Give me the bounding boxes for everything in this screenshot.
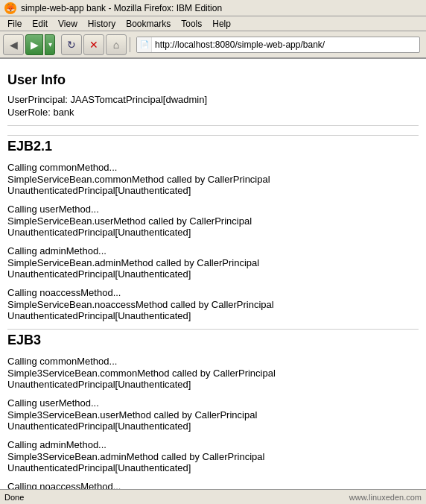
home-button[interactable]: ⌂ <box>106 34 127 55</box>
forward-dropdown-button[interactable]: ▾ <box>45 34 55 55</box>
menu-view[interactable]: View <box>54 17 82 31</box>
ejb21-method-3: Calling adminMethod... SimpleServiceBean… <box>7 245 419 280</box>
ejb21-method-4: Calling noaccessMethod... SimpleServiceB… <box>7 287 419 321</box>
user-info-title: User Info <box>7 72 419 88</box>
content-area: User Info UserPrincipal: JAASTomcatPrinc… <box>0 58 426 489</box>
address-input[interactable] <box>152 40 419 50</box>
user-principal-line: UserPrincipal: JAASTomcatPrincipal[dwadm… <box>7 94 419 105</box>
menu-tools[interactable]: Tools <box>177 17 206 31</box>
ejb21-result-4: SimpleServiceBean.noaccessMethod called … <box>7 299 419 321</box>
user-role-line: UserRole: bank <box>7 107 419 118</box>
ejb21-calling-2: Calling userMethod... <box>7 204 419 215</box>
title-bar: 🦊 simple-web-app bank - Mozilla Firefox:… <box>0 0 426 16</box>
ejb3-result-2: Simple3ServiceBean.userMethod called by … <box>7 409 419 432</box>
ejb21-calling-1: Calling commonMethod... <box>7 162 419 173</box>
address-page-icon: 📄 <box>137 37 152 52</box>
ejb21-title: EJB2.1 <box>7 135 419 154</box>
menu-edit[interactable]: Edit <box>28 17 52 31</box>
ejb21-result-1: SimpleServiceBean.commonMethod called by… <box>7 174 419 196</box>
nav-separator <box>130 37 130 52</box>
ejb3-result-1: Simple3ServiceBean.commonMethod called b… <box>7 368 419 390</box>
ejb3-title: EJB3 <box>7 329 419 348</box>
menu-history[interactable]: History <box>83 17 120 31</box>
menu-file[interactable]: File <box>3 17 26 31</box>
stop-button[interactable]: ✕ <box>83 34 104 55</box>
menu-bookmarks[interactable]: Bookmarks <box>121 17 175 31</box>
forward-button[interactable]: ▶ <box>25 34 43 55</box>
ejb21-calling-4: Calling noaccessMethod... <box>7 287 419 298</box>
ejb21-calling-3: Calling adminMethod... <box>7 245 419 256</box>
ejb3-calling-3: Calling adminMethod... <box>7 439 419 450</box>
back-button[interactable]: ◀ <box>3 34 24 55</box>
ejb3-calling-2: Calling userMethod... <box>7 397 419 409</box>
user-info-section: User Info UserPrincipal: JAASTomcatPrinc… <box>7 72 419 126</box>
ejb3-method-2: Calling userMethod... Simple3ServiceBean… <box>7 397 419 432</box>
menu-help[interactable]: Help <box>208 17 235 31</box>
menu-bar: File Edit View History Bookmarks Tools H… <box>0 16 426 31</box>
ejb3-method-3: Calling adminMethod... Simple3ServiceBea… <box>7 439 419 473</box>
window-title: simple-web-app bank - Mozilla Firefox: I… <box>21 3 222 13</box>
ejb21-method-1: Calling commonMethod... SimpleServiceBea… <box>7 162 419 196</box>
ejb21-section: EJB2.1 Calling commonMethod... SimpleSer… <box>7 135 419 321</box>
nav-bar: ◀ ▶ ▾ ↻ ✕ ⌂ 📄 <box>0 31 426 58</box>
ejb3-calling-1: Calling commonMethod... <box>7 356 419 367</box>
firefox-icon: 🦊 <box>4 2 16 14</box>
ejb3-method-1: Calling commonMethod... Simple3ServiceBe… <box>7 356 419 390</box>
ejb3-calling-4: Calling noaccessMethod... <box>7 481 419 489</box>
ejb21-method-2: Calling userMethod... SimpleServiceBean.… <box>7 204 419 238</box>
status-bar: Done www.linuxeden.com <box>0 489 426 504</box>
status-text: Done <box>4 493 24 502</box>
address-bar[interactable]: 📄 <box>136 37 420 53</box>
watermark-text: www.linuxeden.com <box>349 493 422 502</box>
ejb21-result-3: SimpleServiceBean.adminMethod called by … <box>7 257 419 280</box>
ejb3-section: EJB3 Calling commonMethod... Simple3Serv… <box>7 329 419 489</box>
ejb3-method-4: Calling noaccessMethod... Simple3Service… <box>7 481 419 489</box>
ejb3-result-3: Simple3ServiceBean.adminMethod called by… <box>7 451 419 473</box>
refresh-button[interactable]: ↻ <box>61 34 82 55</box>
ejb21-result-2: SimpleServiceBean.userMethod called by C… <box>7 215 419 238</box>
